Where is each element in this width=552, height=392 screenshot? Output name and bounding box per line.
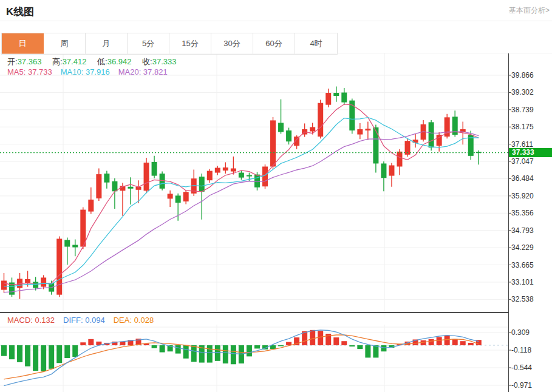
ma-legend: MA5: 37.733MA10: 37.916MA20: 37.821 xyxy=(7,67,176,76)
candle-body xyxy=(80,210,86,247)
candle-body xyxy=(239,173,244,178)
candle-body xyxy=(96,174,101,198)
candle-body xyxy=(33,282,38,288)
macd-bar xyxy=(41,345,46,371)
candle-body xyxy=(310,127,315,131)
fundamental-analysis-link[interactable]: 基本面分析> xyxy=(509,5,550,16)
candle-body xyxy=(207,171,213,181)
ma5-line xyxy=(4,104,479,285)
candle-body xyxy=(104,174,109,183)
macd-bar xyxy=(381,345,386,351)
close-value: 收:37.333 xyxy=(142,57,176,66)
header-divider xyxy=(0,21,552,21)
macd-bar xyxy=(247,345,252,356)
macd-bar xyxy=(9,345,15,359)
macd-bar xyxy=(349,345,355,346)
legend-ma-item-2: MA20: 37.821 xyxy=(118,67,168,76)
period-tab-7[interactable]: 4时 xyxy=(295,33,337,54)
panel-separator xyxy=(0,312,509,313)
macd-legend: MACD: 0.132DIFF: 0.094DEA: 0.028 xyxy=(7,316,162,325)
low-value: 低:36.942 xyxy=(97,57,131,66)
macd-bar xyxy=(25,345,30,367)
macd-bar xyxy=(365,345,370,357)
macd-bar xyxy=(183,345,189,359)
macd-bar xyxy=(207,345,213,363)
candle-body xyxy=(88,200,94,212)
candle-body xyxy=(56,238,62,294)
period-tabbar: 日周月5分15分30分60分4时 xyxy=(1,33,338,55)
macd-bar xyxy=(1,345,7,356)
macd-bar xyxy=(373,345,378,357)
macd-bar xyxy=(175,345,181,354)
period-tab-3[interactable]: 5分 xyxy=(128,33,169,54)
macd-bar xyxy=(239,345,244,363)
chart-top-border xyxy=(0,53,552,53)
y-axis-label: 36.484 xyxy=(511,174,534,183)
candle-body xyxy=(429,122,434,147)
candle-body xyxy=(64,240,70,246)
macd-bar xyxy=(445,336,450,345)
candle-body xyxy=(223,167,228,171)
macd-bar xyxy=(17,345,22,362)
macd-bar xyxy=(191,345,197,362)
period-tab-5[interactable]: 30分 xyxy=(211,33,253,54)
macd-bar xyxy=(429,339,434,345)
legend-ma-item-1: MA10: 37.916 xyxy=(61,67,110,76)
macd-bar xyxy=(357,345,363,349)
candle-body xyxy=(373,127,378,163)
macd-bar xyxy=(88,339,94,345)
candle-body xyxy=(365,129,370,130)
y-axis-label: 38.739 xyxy=(511,106,534,114)
candle-body xyxy=(318,103,323,137)
period-tab-4[interactable]: 15分 xyxy=(169,33,211,54)
last-price-tag: 37.333 xyxy=(509,148,552,157)
macd-bar xyxy=(468,343,474,345)
y-axis-label: 34.793 xyxy=(511,226,534,235)
macd-bar xyxy=(437,337,442,345)
period-tab-1[interactable]: 周 xyxy=(44,33,86,54)
y-axis-label: 34.229 xyxy=(511,243,534,252)
candle-body xyxy=(325,93,331,105)
candle-body xyxy=(286,130,291,141)
legend-macd-item-2: DEA: 0.028 xyxy=(114,316,154,325)
candle-body xyxy=(262,166,268,186)
macd-bar xyxy=(278,345,284,346)
macd-bar xyxy=(286,342,291,345)
macd-bar xyxy=(49,345,54,369)
period-tab-6[interactable]: 60分 xyxy=(253,33,295,54)
y-axis-label: 39.866 xyxy=(511,71,534,79)
macd-bar xyxy=(72,345,78,357)
candle-body xyxy=(270,120,276,166)
open-value: 开:37.363 xyxy=(7,57,41,66)
high-value: 高:37.412 xyxy=(52,57,86,66)
macd-bar xyxy=(223,345,228,363)
legend-macd-item-1: DIFF: 0.094 xyxy=(63,316,105,325)
macd-bar xyxy=(56,345,62,363)
y-axis-label: 35.356 xyxy=(511,209,534,217)
macd-bar xyxy=(318,331,323,345)
candle-body xyxy=(389,165,394,175)
candle-body xyxy=(25,279,30,283)
candle-body xyxy=(152,162,157,176)
candle-body xyxy=(72,245,78,248)
macd-bar xyxy=(254,345,260,348)
candle-body xyxy=(183,192,189,201)
candle-body xyxy=(397,152,403,167)
candle-body xyxy=(231,169,236,172)
macd-bar xyxy=(160,345,165,353)
candle-body xyxy=(128,187,133,189)
macd-bar xyxy=(270,345,276,349)
ohlc-legend: 开:37.363 高:37.412 低:36.942 收:37.333 xyxy=(7,56,185,67)
candle-body xyxy=(341,93,347,103)
candle-body xyxy=(199,177,205,192)
candle-body xyxy=(168,194,173,198)
page-title: K线图 xyxy=(6,5,34,19)
candle-body xyxy=(247,175,252,177)
kline-widget: K线图 基本面分析> 日周月5分15分30分60分4时 开:37.363 高:3… xyxy=(0,0,552,392)
legend-macd-item-0: MACD: 0.132 xyxy=(7,316,55,325)
candle-body xyxy=(1,280,7,289)
period-tab-2[interactable]: 月 xyxy=(86,33,128,54)
macd-bar xyxy=(452,339,458,345)
legend-ma-item-0: MA5: 37.733 xyxy=(7,67,52,76)
period-tab-0[interactable]: 日 xyxy=(2,33,44,54)
